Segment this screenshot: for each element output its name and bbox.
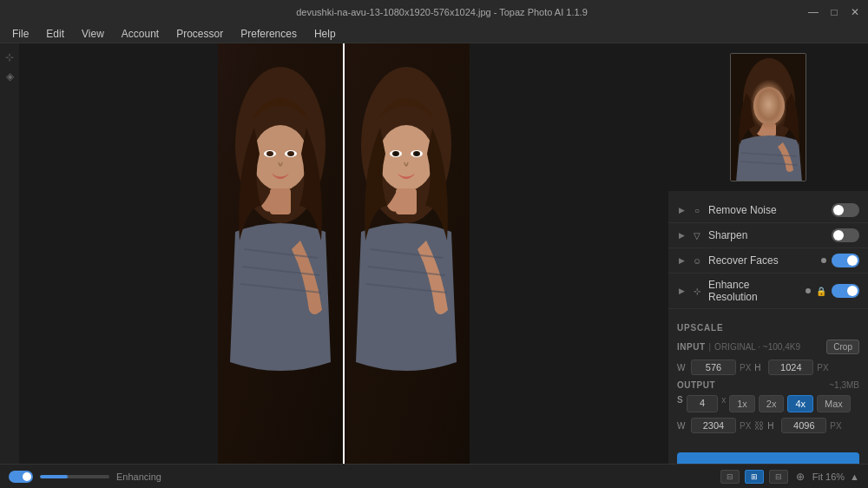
out-h-label: H <box>767 421 778 431</box>
sharpen-label: Sharpen <box>708 229 826 241</box>
scale-1x-button[interactable]: 1x <box>729 395 755 412</box>
input-dimension-row: W 576 PX H 1024 PX <box>677 359 859 375</box>
h-label: H <box>754 363 765 373</box>
remove-noise-toggle[interactable] <box>832 203 859 217</box>
minimize-button[interactable]: — <box>807 6 819 18</box>
svg-point-28 <box>753 87 785 125</box>
view-split-button[interactable]: ⊟ <box>720 470 740 484</box>
maximize-button[interactable]: □ <box>828 6 840 18</box>
output-height[interactable]: 4096 <box>781 418 826 433</box>
zoom-up-button[interactable]: ▲ <box>850 472 859 482</box>
sidebar-tool-1[interactable]: ⊹ <box>3 50 16 64</box>
w-unit: PX <box>740 363 751 373</box>
svg-point-15 <box>378 125 434 191</box>
svg-point-22 <box>415 152 418 155</box>
input-separator: | <box>709 342 712 352</box>
input-info: ORIGINAL · ~100,4K9 <box>714 342 823 352</box>
recover-faces-icon: ☺ <box>691 254 703 267</box>
svg-point-19 <box>394 152 398 155</box>
input-row: INPUT | ORIGINAL · ~100,4K9 Crop <box>677 340 859 354</box>
main-content: ⊹ ◈ <box>0 43 868 464</box>
menu-preferences[interactable]: Preferences <box>233 26 304 42</box>
zoom-icon[interactable]: ⊕ <box>793 470 807 484</box>
scale-max-button[interactable]: Max <box>817 395 851 412</box>
view-compare-button[interactable]: ⊞ <box>745 470 764 484</box>
expand-recover-faces[interactable]: ▶ <box>677 256 686 265</box>
w-label: W <box>677 363 687 373</box>
svg-point-32 <box>772 102 779 107</box>
expand-sharpen[interactable]: ▶ <box>677 231 686 240</box>
output-label: OUTPUT <box>677 380 715 390</box>
image-before <box>218 43 344 464</box>
thumbnail-area <box>668 43 868 191</box>
menu-bar: File Edit View Account Processor Prefere… <box>0 24 868 43</box>
progress-area: Enhancing <box>9 471 713 483</box>
scale-buttons: S 4 x 1x 2x 4x Max <box>677 395 859 412</box>
input-label: INPUT <box>677 342 706 352</box>
expand-remove-noise[interactable]: ▶ <box>677 206 686 214</box>
scale-s-label: S <box>677 395 683 412</box>
scale-4x-button[interactable]: 4x <box>787 395 813 412</box>
image-container <box>218 43 470 464</box>
out-w-unit: PX <box>740 421 751 431</box>
feature-row-recover-faces: ▶ ☺ Recover Faces <box>668 248 868 274</box>
feature-row-sharpen: ▶ ▽ Sharpen <box>668 223 868 248</box>
menu-processor[interactable]: Processor <box>169 26 230 42</box>
expand-enhance-resolution[interactable]: ▶ <box>677 287 686 295</box>
output-dimension-row: W 2304 PX ⛓ H 4096 PX <box>677 418 859 433</box>
svg-point-33 <box>773 102 778 106</box>
enhance-resolution-icon: ⊹ <box>691 285 703 297</box>
remove-noise-label: Remove Noise <box>708 204 826 216</box>
menu-help[interactable]: Help <box>307 26 343 42</box>
thumbnail-image <box>730 53 806 181</box>
svg-point-3 <box>253 125 308 191</box>
svg-point-8 <box>287 151 294 156</box>
bottom-bar: Enhancing ⊟ ⊞ ⊟ ⊕ Fit 16% ▲ <box>0 464 868 488</box>
recover-faces-toggle[interactable] <box>832 254 859 267</box>
output-width[interactable]: 2304 <box>691 418 736 433</box>
upscale-section: UPSCALE INPUT | ORIGINAL · ~100,4K9 Crop… <box>668 316 868 445</box>
out-h-unit: PX <box>830 421 841 431</box>
remove-noise-icon: ○ <box>691 204 703 216</box>
enhance-resolution-toggle[interactable] <box>832 284 859 298</box>
scale-2x-button[interactable]: 2x <box>759 395 785 412</box>
menu-view[interactable]: View <box>75 26 111 42</box>
title-bar-title: devushki-na-avu-13-1080x1920-576x1024.jp… <box>76 7 807 17</box>
menu-account[interactable]: Account <box>115 26 166 42</box>
progress-bar <box>40 475 109 478</box>
svg-point-6 <box>266 151 273 156</box>
recover-faces-dot <box>821 258 826 263</box>
enhancing-label: Enhancing <box>116 472 161 482</box>
canvas-area[interactable] <box>19 43 668 464</box>
out-w-label: W <box>677 421 687 431</box>
crop-button[interactable]: Crop <box>826 340 859 354</box>
progress-bar-fill <box>40 475 68 478</box>
menu-edit[interactable]: Edit <box>39 26 71 42</box>
output-size: ~1,3MB <box>829 380 859 390</box>
menu-file[interactable]: File <box>5 26 36 42</box>
close-button[interactable]: ✕ <box>849 6 861 18</box>
scale-value[interactable]: 4 <box>687 395 718 412</box>
link-icon: ⛓ <box>754 420 764 431</box>
input-width[interactable]: 576 <box>691 359 736 375</box>
feature-row-remove-noise: ▶ ○ Remove Noise <box>668 198 868 223</box>
output-row: OUTPUT ~1,3MB <box>677 380 859 390</box>
compare-divider[interactable] <box>343 43 345 464</box>
sidebar-tool-2[interactable]: ◈ <box>3 69 16 83</box>
h-unit: PX <box>817 363 828 373</box>
scale-x-label: x <box>721 395 726 412</box>
input-height[interactable]: 1024 <box>768 359 813 375</box>
lock-icon: 🔒 <box>816 287 826 296</box>
svg-point-30 <box>760 102 766 107</box>
features-area: ▶ ○ Remove Noise ▶ ▽ Sharpen ▶ ☺ Recover… <box>668 191 868 316</box>
enhance-resolution-dot <box>806 288 811 293</box>
processing-toggle[interactable] <box>9 471 33 483</box>
save-image-button[interactable]: Save Image <box>677 452 859 464</box>
bottom-right-controls: ⊟ ⊞ ⊟ ⊕ Fit 16% ▲ <box>720 470 859 484</box>
feature-row-enhance-resolution: ▶ ⊹ Enhance Resolution 🔒 <box>668 274 868 309</box>
sharpen-toggle[interactable] <box>832 228 859 242</box>
right-panel: ▶ ○ Remove Noise ▶ ▽ Sharpen ▶ ☺ Recover… <box>668 43 868 464</box>
enhance-resolution-label: Enhance Resolution <box>708 279 800 303</box>
view-side-button[interactable]: ⊟ <box>769 470 788 484</box>
recover-faces-label: Recover Faces <box>708 254 816 267</box>
